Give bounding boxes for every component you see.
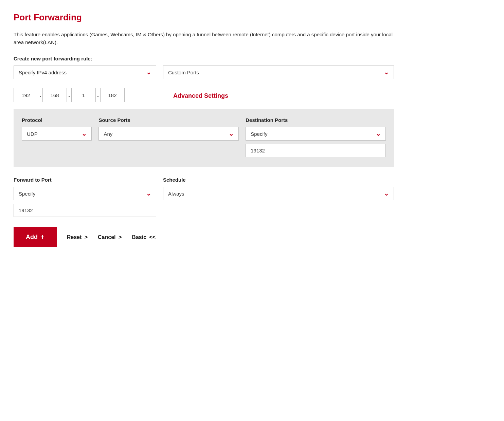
destination-ports-column: Destination Ports Specify ⌄ — [246, 117, 386, 157]
reset-button[interactable]: Reset > — [67, 234, 88, 240]
advanced-settings-panel: Protocol UDP ⌄ Source Ports Any ⌄ Destin… — [14, 109, 394, 167]
advanced-settings-label: Advanced Settings — [173, 92, 228, 99]
basic-label: Basic — [132, 234, 146, 240]
ipv4-dropdown[interactable]: Specify IPv4 address ⌄ — [14, 66, 156, 79]
destination-ports-value: Specify — [251, 131, 376, 137]
source-ports-chevron: ⌄ — [229, 131, 234, 137]
destination-ports-dropdown[interactable]: Specify ⌄ — [246, 127, 386, 141]
reset-label: Reset — [67, 234, 82, 240]
basic-chevron: << — [148, 234, 156, 240]
destination-port-input[interactable] — [246, 144, 386, 157]
ipv4-dropdown-chevron: ⌄ — [146, 69, 151, 75]
page-title: Port Forwarding — [14, 12, 394, 23]
ip-dot-2: . — [67, 92, 71, 99]
schedule-dropdown[interactable]: Always ⌄ — [163, 187, 394, 200]
ip-octet-1[interactable] — [14, 88, 38, 102]
forward-port-input[interactable] — [14, 204, 156, 217]
basic-button[interactable]: Basic << — [132, 234, 156, 240]
ip-octet-2[interactable] — [42, 88, 67, 102]
protocol-value: UDP — [27, 131, 82, 137]
ip-octet-3[interactable] — [71, 88, 96, 102]
protocol-label: Protocol — [22, 117, 92, 123]
add-button-label: Add — [26, 234, 38, 241]
page-description: This feature enables applications (Games… — [14, 31, 394, 46]
add-button-plus: + — [40, 233, 44, 241]
ip-octet-4[interactable] — [100, 88, 125, 102]
protocol-chevron: ⌄ — [82, 131, 87, 137]
destination-ports-chevron: ⌄ — [376, 131, 381, 137]
action-row: Add + Reset > Cancel > Basic << — [14, 227, 394, 247]
schedule-section: Schedule Always ⌄ — [163, 177, 394, 200]
custom-ports-dropdown[interactable]: Custom Ports ⌄ — [163, 66, 394, 79]
add-button[interactable]: Add + — [14, 227, 57, 247]
forward-to-port-label: Forward to Port — [14, 177, 156, 183]
forward-to-port-section: Forward to Port Specify ⌄ — [14, 177, 156, 217]
ip-dot-1: . — [38, 92, 42, 99]
reset-chevron: > — [83, 234, 88, 240]
source-ports-column: Source Ports Any ⌄ — [98, 117, 239, 141]
destination-ports-label: Destination Ports — [246, 117, 386, 123]
schedule-label: Schedule — [163, 177, 394, 183]
cancel-label: Cancel — [98, 234, 115, 240]
protocol-column: Protocol UDP ⌄ — [22, 117, 92, 141]
custom-ports-dropdown-value: Custom Ports — [168, 70, 384, 75]
advanced-settings-link[interactable]: Advanced Settings — [173, 92, 394, 99]
source-ports-dropdown[interactable]: Any ⌄ — [98, 127, 239, 141]
ip-dot-3: . — [96, 92, 100, 99]
forward-to-port-chevron: ⌄ — [146, 190, 151, 197]
source-ports-label: Source Ports — [98, 117, 239, 123]
forward-to-port-value: Specify — [19, 191, 146, 197]
schedule-chevron: ⌄ — [384, 190, 389, 197]
forward-to-port-dropdown[interactable]: Specify ⌄ — [14, 187, 156, 200]
cancel-chevron: > — [117, 234, 122, 240]
custom-ports-dropdown-chevron: ⌄ — [384, 69, 389, 75]
ipv4-dropdown-value: Specify IPv4 address — [19, 70, 146, 75]
source-ports-value: Any — [104, 131, 229, 137]
protocol-dropdown[interactable]: UDP ⌄ — [22, 127, 92, 141]
create-rule-label: Create new port forwarding rule: — [14, 56, 394, 61]
cancel-button[interactable]: Cancel > — [98, 234, 122, 240]
schedule-value: Always — [168, 191, 384, 197]
